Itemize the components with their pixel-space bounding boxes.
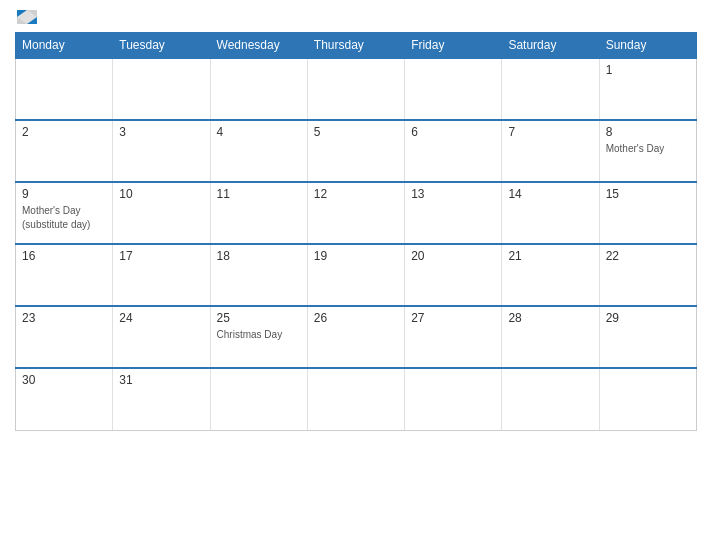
calendar-cell: 15: [599, 182, 696, 244]
day-number: 13: [411, 187, 495, 201]
calendar-cell: [599, 368, 696, 430]
day-number: 30: [22, 373, 106, 387]
day-number: 5: [314, 125, 398, 139]
day-number: 3: [119, 125, 203, 139]
calendar-cell: [113, 58, 210, 120]
day-number: 19: [314, 249, 398, 263]
day-number: 8: [606, 125, 690, 139]
day-number: 17: [119, 249, 203, 263]
day-number: 21: [508, 249, 592, 263]
weekday-header-friday: Friday: [405, 33, 502, 59]
day-number: 14: [508, 187, 592, 201]
calendar-cell: 23: [16, 306, 113, 368]
day-number: 1: [606, 63, 690, 77]
calendar-cell: 8Mother's Day: [599, 120, 696, 182]
day-number: 26: [314, 311, 398, 325]
calendar-week-row: 16171819202122: [16, 244, 697, 306]
day-number: 15: [606, 187, 690, 201]
weekday-header-saturday: Saturday: [502, 33, 599, 59]
calendar-cell: 3: [113, 120, 210, 182]
weekday-header-row: MondayTuesdayWednesdayThursdayFridaySatu…: [16, 33, 697, 59]
day-number: 27: [411, 311, 495, 325]
calendar-header: MondayTuesdayWednesdayThursdayFridaySatu…: [16, 33, 697, 59]
day-number: 16: [22, 249, 106, 263]
header: [15, 10, 697, 24]
calendar-week-row: 232425Christmas Day26272829: [16, 306, 697, 368]
page: MondayTuesdayWednesdayThursdayFridaySatu…: [0, 0, 712, 550]
calendar-cell: 27: [405, 306, 502, 368]
calendar-cell: 17: [113, 244, 210, 306]
calendar-cell: 16: [16, 244, 113, 306]
calendar-cell: 26: [307, 306, 404, 368]
day-number: 4: [217, 125, 301, 139]
calendar-cell: 21: [502, 244, 599, 306]
calendar-week-row: 9Mother's Day (substitute day)1011121314…: [16, 182, 697, 244]
calendar-cell: [307, 58, 404, 120]
calendar-week-row: 2345678Mother's Day: [16, 120, 697, 182]
logo: [15, 10, 37, 24]
calendar-cell: 4: [210, 120, 307, 182]
calendar-cell: [502, 368, 599, 430]
calendar-body: 12345678Mother's Day9Mother's Day (subst…: [16, 58, 697, 430]
day-number: 9: [22, 187, 106, 201]
calendar-table: MondayTuesdayWednesdayThursdayFridaySatu…: [15, 32, 697, 431]
day-number: 25: [217, 311, 301, 325]
calendar-cell: 19: [307, 244, 404, 306]
calendar-cell: [307, 368, 404, 430]
calendar-cell: 10: [113, 182, 210, 244]
day-number: 29: [606, 311, 690, 325]
holiday-label: Christmas Day: [217, 329, 283, 340]
calendar-cell: 2: [16, 120, 113, 182]
calendar-week-row: 1: [16, 58, 697, 120]
calendar-cell: [405, 368, 502, 430]
calendar-cell: 14: [502, 182, 599, 244]
day-number: 7: [508, 125, 592, 139]
logo-flag-icon: [17, 10, 37, 24]
day-number: 6: [411, 125, 495, 139]
calendar-cell: [502, 58, 599, 120]
weekday-header-monday: Monday: [16, 33, 113, 59]
day-number: 18: [217, 249, 301, 263]
calendar-cell: 29: [599, 306, 696, 368]
day-number: 28: [508, 311, 592, 325]
day-number: 23: [22, 311, 106, 325]
weekday-header-tuesday: Tuesday: [113, 33, 210, 59]
calendar-cell: 13: [405, 182, 502, 244]
day-number: 20: [411, 249, 495, 263]
calendar-cell: 12: [307, 182, 404, 244]
calendar-cell: 20: [405, 244, 502, 306]
day-number: 22: [606, 249, 690, 263]
holiday-label: Mother's Day (substitute day): [22, 205, 90, 230]
calendar-cell: 25Christmas Day: [210, 306, 307, 368]
calendar-cell: 7: [502, 120, 599, 182]
calendar-cell: 18: [210, 244, 307, 306]
day-number: 24: [119, 311, 203, 325]
day-number: 31: [119, 373, 203, 387]
holiday-label: Mother's Day: [606, 143, 665, 154]
weekday-header-wednesday: Wednesday: [210, 33, 307, 59]
day-number: 10: [119, 187, 203, 201]
calendar-cell: 28: [502, 306, 599, 368]
weekday-header-thursday: Thursday: [307, 33, 404, 59]
calendar-cell: [210, 58, 307, 120]
calendar-cell: 6: [405, 120, 502, 182]
weekday-header-sunday: Sunday: [599, 33, 696, 59]
calendar-cell: 11: [210, 182, 307, 244]
calendar-cell: 30: [16, 368, 113, 430]
calendar-cell: 5: [307, 120, 404, 182]
calendar-week-row: 3031: [16, 368, 697, 430]
calendar-cell: [405, 58, 502, 120]
calendar-cell: 24: [113, 306, 210, 368]
day-number: 11: [217, 187, 301, 201]
calendar-cell: [210, 368, 307, 430]
day-number: 12: [314, 187, 398, 201]
calendar-cell: 31: [113, 368, 210, 430]
day-number: 2: [22, 125, 106, 139]
calendar-cell: [16, 58, 113, 120]
calendar-cell: 22: [599, 244, 696, 306]
calendar-cell: 9Mother's Day (substitute day): [16, 182, 113, 244]
calendar-cell: 1: [599, 58, 696, 120]
